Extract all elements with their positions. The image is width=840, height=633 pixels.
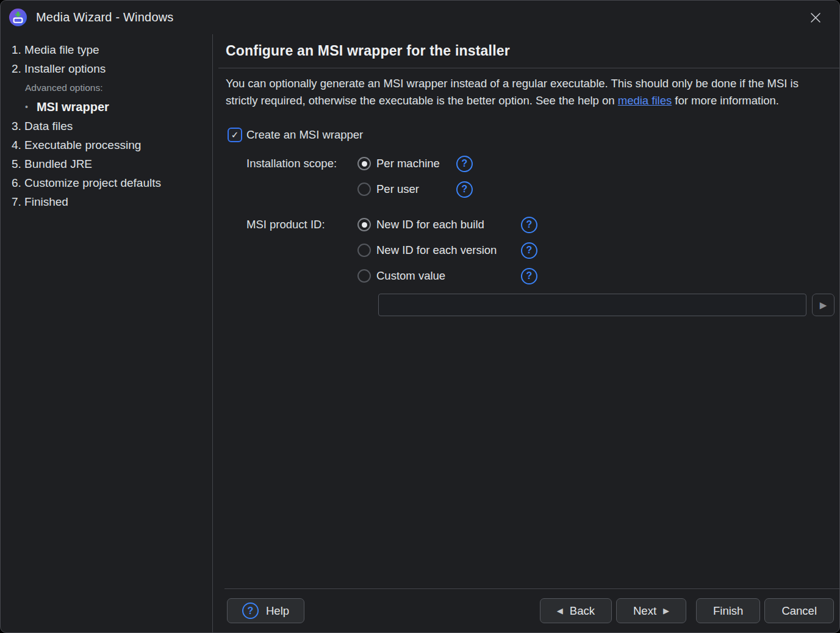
option-per-machine[interactable]: Per machine ? xyxy=(357,155,473,172)
sidebar-step-installer-options[interactable]: 2. Installer options xyxy=(12,59,209,78)
option-new-id-each-version[interactable]: New ID for each version ? xyxy=(357,242,537,259)
wizard-steps-sidebar: 1. Media file type 2. Installer options … xyxy=(1,34,213,632)
triangle-right-icon: ▶ xyxy=(663,607,669,615)
create-msi-wrapper-label: Create an MSI wrapper xyxy=(246,128,363,142)
custom-value-input[interactable] xyxy=(378,294,806,316)
bullet-icon: • xyxy=(25,97,28,117)
titlebar: Media Wizard - Windows xyxy=(1,1,839,34)
sidebar-step-media-file-type[interactable]: 1. Media file type xyxy=(12,40,209,59)
sidebar-step-data-files[interactable]: 3. Data files xyxy=(12,117,209,136)
option-per-user[interactable]: Per user ? xyxy=(357,181,473,198)
msi-product-id-label: MSI product ID: xyxy=(246,216,357,284)
cancel-button-label: Cancel xyxy=(781,604,817,618)
new-id-each-build-label: New ID for each build xyxy=(376,218,512,231)
new-id-each-build-help-icon[interactable]: ? xyxy=(521,217,537,233)
sidebar-substep-label: MSI wrapper xyxy=(37,97,109,117)
create-msi-wrapper-row[interactable]: ✓ Create an MSI wrapper xyxy=(228,128,839,142)
cancel-button[interactable]: Cancel xyxy=(764,598,834,623)
triangle-left-icon: ◀ xyxy=(557,607,563,615)
new-id-each-version-radio[interactable] xyxy=(357,244,371,257)
content-spacer xyxy=(226,316,839,588)
sidebar-step-finished[interactable]: 7. Finished xyxy=(12,192,209,211)
media-wizard-dialog: Media Wizard - Windows 1. Media file typ… xyxy=(0,0,840,633)
triangle-right-icon: ▶ xyxy=(820,300,827,311)
msi-product-id-group: MSI product ID: New ID for each build ? … xyxy=(246,216,839,284)
help-button[interactable]: ? Help xyxy=(227,598,304,623)
insert-variable-button[interactable]: ▶ xyxy=(812,294,835,316)
per-user-radio[interactable] xyxy=(357,183,371,196)
back-button-label: Back xyxy=(570,604,595,618)
intro-after-link: for more information. xyxy=(672,94,779,107)
custom-value-label: Custom value xyxy=(376,269,512,283)
close-icon[interactable] xyxy=(806,9,825,27)
footer-actions: ◀ Back Next ▶ Finish Cancel xyxy=(540,598,834,623)
custom-value-radio[interactable] xyxy=(357,269,371,283)
help-icon: ? xyxy=(242,602,259,619)
finish-button[interactable]: Finish xyxy=(696,598,760,623)
option-custom-value[interactable]: Custom value ? xyxy=(357,267,537,284)
intro-text: You can optionally generate an MSI wrapp… xyxy=(226,75,816,109)
sidebar-step-customize-project-defaults[interactable]: 6. Customize project defaults xyxy=(12,173,209,192)
sidebar-section-advanced-options: Advanced options: xyxy=(12,78,209,97)
back-button[interactable]: ◀ Back xyxy=(540,598,612,623)
sidebar-step-executable-processing[interactable]: 4. Executable processing xyxy=(12,136,209,154)
help-button-label: Help xyxy=(266,604,289,618)
sidebar-step-bundled-jre[interactable]: 5. Bundled JRE xyxy=(12,154,209,173)
custom-value-input-row: ▶ xyxy=(378,294,839,316)
installation-scope-options: Per machine ? Per user ? xyxy=(357,155,473,198)
sidebar-substep-msi-wrapper[interactable]: • MSI wrapper xyxy=(12,97,209,117)
per-machine-radio[interactable] xyxy=(357,157,371,170)
per-machine-help-icon[interactable]: ? xyxy=(456,156,473,172)
create-msi-wrapper-checkbox[interactable]: ✓ xyxy=(228,128,242,142)
new-id-each-version-help-icon[interactable]: ? xyxy=(521,242,537,259)
new-id-each-version-label: New ID for each version xyxy=(376,244,512,257)
installation-scope-label: Installation scope: xyxy=(246,155,357,198)
finish-button-label: Finish xyxy=(713,604,743,618)
next-button[interactable]: Next ▶ xyxy=(616,598,686,623)
app-installer-icon xyxy=(9,9,27,26)
per-user-label: Per user xyxy=(376,183,448,196)
main-content: Configure an MSI wrapper for the install… xyxy=(213,34,839,632)
dialog-body: 1. Media file type 2. Installer options … xyxy=(1,34,839,632)
footer-bar: ? Help ◀ Back Next ▶ Finish xyxy=(226,589,839,632)
per-machine-label: Per machine xyxy=(376,157,448,170)
option-new-id-each-build[interactable]: New ID for each build ? xyxy=(357,216,537,233)
heading-divider xyxy=(218,68,839,68)
per-user-help-icon[interactable]: ? xyxy=(456,181,473,198)
window-title: Media Wizard - Windows xyxy=(36,10,174,24)
new-id-each-build-radio[interactable] xyxy=(357,218,371,231)
page-title: Configure an MSI wrapper for the install… xyxy=(226,43,839,59)
msi-product-id-options: New ID for each build ? New ID for each … xyxy=(357,216,537,284)
check-icon: ✓ xyxy=(231,129,239,140)
custom-value-help-icon[interactable]: ? xyxy=(521,268,537,284)
media-files-link[interactable]: media files xyxy=(618,94,672,107)
installation-scope-group: Installation scope: Per machine ? Per us… xyxy=(246,155,839,198)
next-button-label: Next xyxy=(633,604,656,618)
